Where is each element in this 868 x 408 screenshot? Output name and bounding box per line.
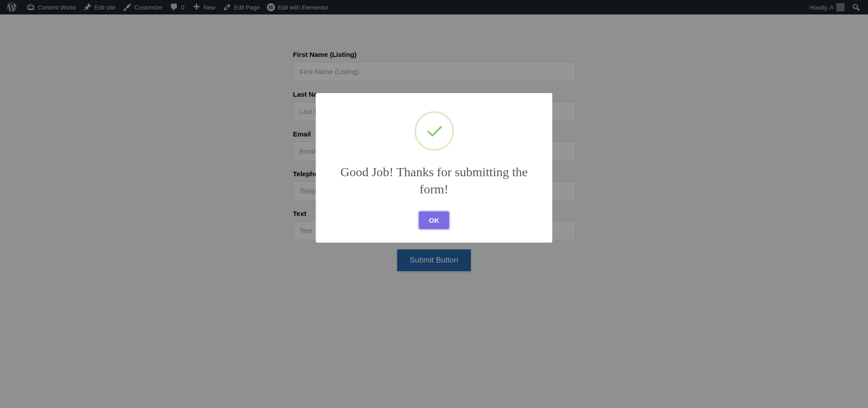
success-modal: Good Job! Thanks for submitting the form… — [316, 93, 552, 243]
modal-title: Good Job! Thanks for submitting the form… — [329, 164, 539, 198]
success-check-icon — [414, 111, 454, 151]
modal-overlay[interactable]: Good Job! Thanks for submitting the form… — [0, 0, 868, 408]
ok-button[interactable]: OK — [419, 211, 449, 229]
